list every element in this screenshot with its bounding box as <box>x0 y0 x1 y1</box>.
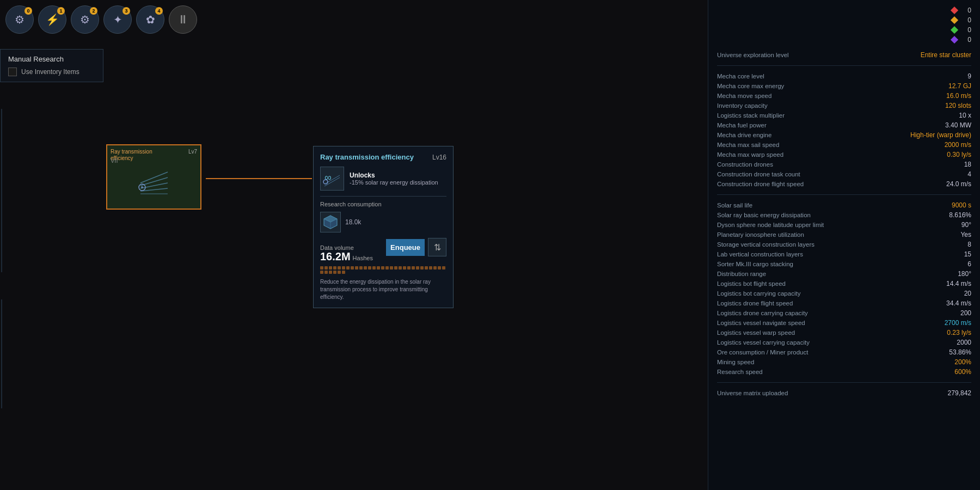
resource-row-yellow: 0 <box>952 16 971 24</box>
research-tooltip: Ray transmission efficiency Lv16 ∞ Unloc… <box>313 146 454 308</box>
research-node-card[interactable]: Ray transmission efficiency Lv7 VII <box>106 144 201 210</box>
stat-value: 6 <box>967 260 971 268</box>
node-roman: VII <box>111 157 118 164</box>
stat-row: Logistics vessel navigate speed2700 m/s <box>717 318 971 328</box>
stat-row: Inventory capacity120 slots <box>717 101 971 111</box>
universe-exploration-value: Entire star cluster <box>921 51 971 59</box>
stat-label: Mecha move speed <box>717 93 771 99</box>
stat-label: Lab vertical construction layers <box>717 251 803 258</box>
stat-row: Mecha max warp speed0.30 ly/s <box>717 150 971 160</box>
stat-value: 12.7 GJ <box>948 82 971 90</box>
stat-value: 2000 m/s <box>945 141 971 149</box>
stat-label: Sorter Mk.III cargo stacking <box>717 261 793 267</box>
stat-value: 200 <box>960 309 971 317</box>
red-diamond <box>951 7 958 14</box>
cube-svg <box>322 214 339 230</box>
stat-label: Mecha max warp speed <box>717 151 783 158</box>
node-header: Ray transmission efficiency Lv7 <box>111 149 197 162</box>
stat-label: Ore consumption / Miner product <box>717 349 808 356</box>
stat-label: Logistics drone carrying capacity <box>717 310 808 316</box>
stat-row: Dyson sphere node latitude upper limit90… <box>717 220 971 230</box>
stat-row: Logistics vessel carrying capacity2000 <box>717 338 971 347</box>
svg-point-6 <box>141 186 143 188</box>
stats-divider-12 <box>717 194 971 195</box>
tooltip-title: Ray transmission efficiency <box>320 153 414 161</box>
yellow-value: 0 <box>960 16 971 24</box>
stat-label: Mecha max sail speed <box>717 142 779 148</box>
stat-row: Research speed600% <box>717 367 971 377</box>
queue-options-button[interactable]: ⇅ <box>428 238 446 256</box>
divider-1 <box>320 196 446 197</box>
tooltip-level: Lv16 <box>432 154 446 161</box>
yellow-diamond <box>951 16 958 24</box>
stat-row: Logistics drone flight speed34.4 m/s <box>717 298 971 308</box>
stat-label: Mining speed <box>717 359 754 365</box>
resources-top: 0 0 0 0 <box>717 7 971 46</box>
unlock-name: -15% solar ray energy dissipation <box>350 179 438 186</box>
stat-row: Construction drones18 <box>717 160 971 169</box>
stat-label: Construction drone flight speed <box>717 181 804 187</box>
resource-row: 18.0k <box>320 212 446 232</box>
stat-row: Mecha core max energy12.7 GJ <box>717 81 971 91</box>
stat-label: Inventory capacity <box>717 102 768 109</box>
unlock-icon: ∞ <box>320 167 344 191</box>
enqueue-button[interactable]: Enqueue <box>386 239 425 256</box>
stat-value: 14.4 m/s <box>946 280 971 287</box>
stat-label: Universe matrix uploaded <box>717 390 788 396</box>
stat-row: Logistics bot carrying capacity20 <box>717 289 971 298</box>
stat-value: 0.30 ly/s <box>947 151 971 158</box>
stat-value: 120 slots <box>945 102 971 109</box>
stat-value: 279,842 <box>948 389 971 397</box>
stat-row: Construction drone task count4 <box>717 169 971 179</box>
resource-row-red: 0 <box>952 7 971 14</box>
stat-value: 90° <box>961 221 971 229</box>
svg-text:∞: ∞ <box>324 172 332 183</box>
unlock-svg: ∞ <box>322 169 342 188</box>
data-unit: Hashes <box>353 255 373 261</box>
stats-divider-31 <box>717 382 971 383</box>
stat-row: Mining speed200% <box>717 357 971 367</box>
stat-value: 8 <box>967 241 971 248</box>
stat-value: 0.23 ly/s <box>947 329 971 336</box>
stat-label: Logistics bot carrying capacity <box>717 290 800 297</box>
node-level: Lv7 <box>188 149 197 155</box>
red-value: 0 <box>960 7 971 14</box>
stats-rows: Mecha core level9Mecha core max energy12… <box>717 71 971 398</box>
stat-row: Logistics stack multiplier10 x <box>717 111 971 120</box>
universe-exploration-label: Universe exploration level <box>717 52 789 58</box>
resource-row-purple: 0 <box>952 36 971 44</box>
green-value: 0 <box>960 26 971 34</box>
stat-label: Logistics vessel warp speed <box>717 329 795 336</box>
stat-value: 600% <box>954 368 971 376</box>
stat-value: 16.0 m/s <box>946 92 971 100</box>
stat-value: 18 <box>964 161 971 168</box>
node-title: Ray transmission efficiency <box>111 149 170 162</box>
stat-label: Dyson sphere node latitude upper limit <box>717 222 824 228</box>
stat-label: Mecha core max energy <box>717 83 784 89</box>
stat-row: Ore consumption / Miner product53.86% <box>717 347 971 357</box>
stat-row: Mecha max sail speed2000 m/s <box>717 140 971 150</box>
stat-row: Solar ray basic energy dissipation8.616% <box>717 210 971 220</box>
stat-value: High-tier (warp drive) <box>910 131 971 139</box>
stat-row: Storage vertical construction layers8 <box>717 240 971 249</box>
stat-label: Logistics vessel carrying capacity <box>717 339 810 346</box>
stat-value: 180° <box>958 270 971 278</box>
stat-label: Solar ray basic energy dissipation <box>717 212 811 218</box>
stat-label: Storage vertical construction layers <box>717 241 814 248</box>
stat-row: Logistics drone carrying capacity200 <box>717 308 971 318</box>
stat-row: Universe matrix uploaded279,842 <box>717 388 971 398</box>
stat-label: Construction drone task count <box>717 171 800 177</box>
action-row: Enqueue ⇅ <box>386 238 446 256</box>
stats-panel: 0 0 0 0 Universe exploration level Entir… <box>708 0 980 490</box>
stat-label: Logistics bot flight speed <box>717 280 786 287</box>
tooltip-header: Ray transmission efficiency Lv16 <box>320 153 446 161</box>
stat-label: Distribution range <box>717 271 766 277</box>
node-icon <box>111 164 197 202</box>
stat-label: Logistics vessel navigate speed <box>717 320 805 326</box>
stat-row: Mecha core level9 <box>717 71 971 81</box>
stat-value: 2700 m/s <box>945 319 971 327</box>
stat-label: Solar sail life <box>717 202 752 209</box>
stat-label: Logistics drone flight speed <box>717 300 793 307</box>
universe-exploration-row: Universe exploration level Entire star c… <box>717 50 971 60</box>
stat-label: Planetary ionosphere utilization <box>717 231 804 238</box>
